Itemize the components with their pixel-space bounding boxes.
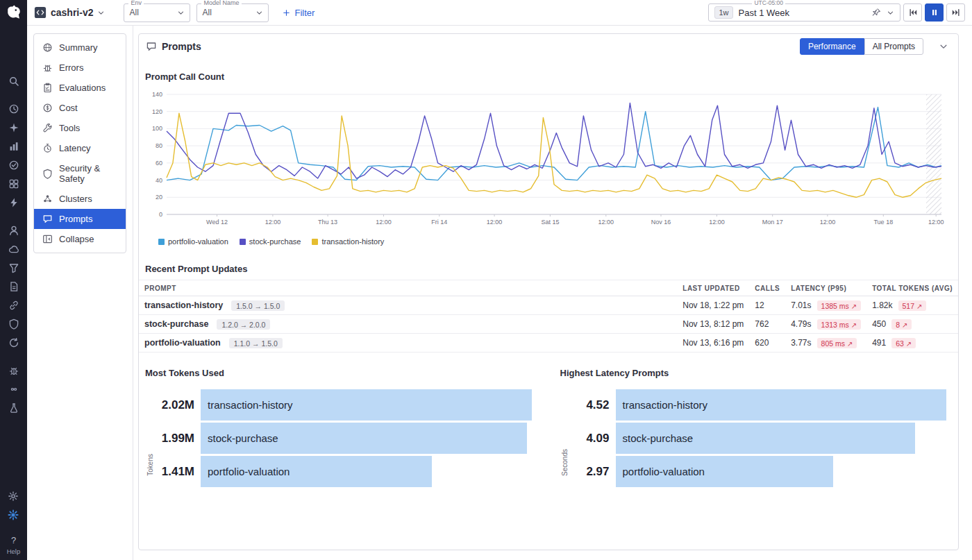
legend-item-transaction-history[interactable]: transaction-history bbox=[312, 237, 384, 246]
tab-performance[interactable]: Performance bbox=[800, 38, 864, 55]
bar-row-transaction-history[interactable]: 4.52transaction-history bbox=[570, 389, 957, 421]
search-icon[interactable] bbox=[8, 76, 19, 87]
sidebar-item-collapse[interactable]: Collapse bbox=[34, 229, 126, 249]
datadog-logo[interactable] bbox=[5, 3, 23, 22]
tokens-delta-badge: 63 ↗ bbox=[891, 338, 916, 348]
pause-button[interactable] bbox=[925, 3, 944, 22]
tab-all-prompts[interactable]: All Prompts bbox=[864, 38, 923, 55]
svg-text:40: 40 bbox=[156, 177, 162, 184]
skip-back-button[interactable] bbox=[903, 3, 922, 22]
app-icon[interactable] bbox=[8, 509, 19, 520]
bar-row-transaction-history[interactable]: 2.02Mtransaction-history bbox=[155, 389, 542, 421]
security-icon[interactable] bbox=[8, 319, 19, 330]
sidebar-item-tools[interactable]: Tools bbox=[34, 118, 126, 138]
cloud-icon[interactable] bbox=[8, 244, 19, 255]
trend-up-icon: ↗ bbox=[851, 321, 857, 328]
bar-label: transaction-history bbox=[616, 399, 708, 411]
notebooks-icon[interactable] bbox=[8, 281, 19, 292]
sidebar-item-errors[interactable]: Errors bbox=[34, 58, 126, 78]
time-range-control[interactable]: UTC-05:00 1w Past 1 Week bbox=[708, 3, 900, 22]
monitors-icon[interactable] bbox=[8, 160, 19, 171]
latency-chart-title: Highest Latency Prompts bbox=[560, 368, 957, 378]
prompts-card: Prompts PerformanceAll Prompts Prompt Ca… bbox=[138, 33, 959, 550]
sidebar-item-label: Prompts bbox=[59, 214, 92, 224]
model-filter-value: All bbox=[202, 8, 255, 17]
env-filter-label: Env bbox=[128, 0, 144, 6]
sparkles-icon[interactable] bbox=[8, 122, 19, 133]
model-filter-select[interactable]: Model Name All bbox=[196, 3, 269, 22]
tokens-cell: 1.82k517 ↗ bbox=[866, 296, 958, 315]
security-icon bbox=[42, 169, 53, 179]
settings-icon[interactable] bbox=[8, 491, 19, 502]
legend-item-portfolio-valuation[interactable]: portfolio-valuation bbox=[158, 237, 228, 246]
prompt-call-count-chart[interactable]: 020406080100120140Wed 1212:00Thu 1312:00… bbox=[139, 87, 958, 233]
labs-icon[interactable] bbox=[8, 402, 19, 414]
help-icon[interactable]: ? bbox=[11, 535, 16, 545]
pipelines-icon[interactable] bbox=[8, 262, 19, 273]
sidebar-item-clusters[interactable]: Clusters bbox=[34, 189, 126, 209]
sidebar-item-evaluations[interactable]: Evaluations bbox=[34, 78, 126, 98]
skip-back-icon bbox=[908, 8, 918, 17]
table-row-stock-purchase[interactable]: stock-purchase1.2.0 → 2.0.0Nov 13, 8:12 … bbox=[139, 315, 958, 334]
version-change-badge: 1.1.0 → 1.5.0 bbox=[229, 338, 283, 348]
chevron-down-icon[interactable] bbox=[887, 9, 894, 17]
sidebar-item-prompts[interactable]: Prompts bbox=[34, 209, 126, 229]
skip-forward-button[interactable] bbox=[946, 3, 965, 22]
wrench-icon bbox=[42, 123, 53, 133]
legend-item-stock-purchase[interactable]: stock-purchase bbox=[240, 237, 301, 246]
svg-text:20: 20 bbox=[156, 194, 162, 201]
svg-text:12:00: 12:00 bbox=[376, 219, 392, 226]
last-updated-cell: Nov 13, 6:16 pm bbox=[677, 334, 749, 353]
apm-icon[interactable] bbox=[8, 300, 19, 311]
bar-track: portfolio-valuation bbox=[201, 456, 542, 487]
tokens-cell: 49163 ↗ bbox=[866, 334, 958, 353]
prompt-name[interactable]: portfolio-valuation bbox=[144, 338, 221, 348]
sidebar-item-cost[interactable]: Cost bbox=[34, 98, 126, 118]
svg-text:80: 80 bbox=[156, 142, 162, 149]
collapse-icon bbox=[42, 234, 53, 244]
history-icon[interactable] bbox=[8, 103, 19, 114]
prompt-name[interactable]: stock-purchase bbox=[144, 319, 208, 329]
svg-text:Thu 13: Thu 13 bbox=[318, 219, 337, 226]
trend-up-icon: ↗ bbox=[916, 302, 922, 309]
bar-row-stock-purchase[interactable]: 4.09stock-purchase bbox=[570, 423, 957, 454]
sidebar-item-latency[interactable]: Latency bbox=[34, 138, 126, 158]
bar-label: portfolio-valuation bbox=[201, 466, 290, 477]
actions-icon[interactable] bbox=[8, 197, 19, 208]
bar-label: transaction-history bbox=[201, 399, 293, 411]
pin-icon[interactable] bbox=[871, 8, 881, 17]
latency-delta-badge: 1313 ms ↗ bbox=[817, 319, 862, 330]
bar-row-stock-purchase[interactable]: 1.99Mstock-purchase bbox=[155, 423, 542, 454]
global-nav-rail: ? Help bbox=[0, 0, 27, 560]
bar-row-portfolio-valuation[interactable]: 2.97portfolio-valuation bbox=[570, 456, 957, 487]
time-preset-chip[interactable]: 1w bbox=[714, 6, 732, 19]
sidebar-item-label: Errors bbox=[59, 62, 83, 73]
svg-text:12:00: 12:00 bbox=[598, 219, 614, 226]
version-change-badge: 1.2.0 → 2.0.0 bbox=[217, 319, 270, 330]
add-filter-button[interactable]: Filter bbox=[283, 8, 315, 18]
sidebar-item-security-safety[interactable]: Security & Safety bbox=[34, 158, 126, 189]
bar: transaction-history bbox=[201, 389, 532, 421]
sync-icon[interactable] bbox=[8, 337, 19, 348]
bar-value: 2.97 bbox=[570, 465, 616, 479]
version-change-badge: 1.5.0 → 1.5.0 bbox=[231, 300, 285, 311]
collapse-card-chevron-icon[interactable] bbox=[939, 42, 948, 51]
debug-icon[interactable] bbox=[8, 365, 19, 376]
prompt-name[interactable]: transaction-history bbox=[144, 300, 223, 310]
bar-row-portfolio-valuation[interactable]: 1.41Mportfolio-valuation bbox=[155, 456, 542, 487]
env-filter-select[interactable]: Env All bbox=[124, 3, 190, 22]
calls-cell: 620 bbox=[749, 334, 785, 353]
metrics-icon[interactable] bbox=[8, 141, 19, 152]
debug-icon bbox=[42, 62, 53, 73]
recent-prompt-updates-table: PROMPTLAST UPDATEDCALLSLATENCY (P95)TOTA… bbox=[139, 280, 958, 353]
latency-delta-badge: 1385 ms ↗ bbox=[817, 300, 862, 311]
integrations-icon[interactable] bbox=[8, 178, 19, 189]
table-row-portfolio-valuation[interactable]: portfolio-valuation1.1.0 → 1.5.0Nov 13, … bbox=[139, 334, 958, 353]
sidebar-item-summary[interactable]: Summary bbox=[34, 37, 126, 58]
sidebar-item-label: Collapse bbox=[59, 234, 94, 244]
workflows-icon[interactable] bbox=[8, 384, 19, 395]
project-selector[interactable]: cashri-v2 bbox=[34, 6, 105, 19]
profile-icon[interactable] bbox=[8, 225, 19, 236]
env-filter-value: All bbox=[129, 8, 177, 17]
table-row-transaction-history[interactable]: transaction-history1.5.0 → 1.5.0Nov 18, … bbox=[139, 296, 958, 315]
